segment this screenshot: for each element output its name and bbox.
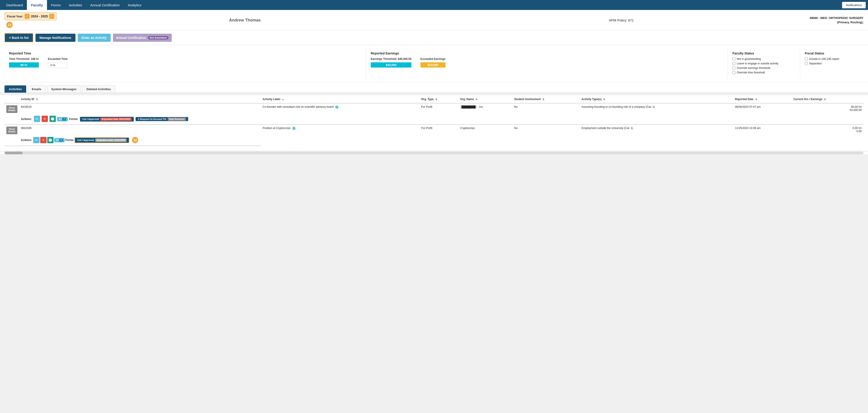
tab-deleted-activities[interactable]: Deleted Activities [82,86,115,93]
annual-certification-button[interactable]: Annual Certification Not Submitted [113,34,172,42]
reported-earnings-title: Reported Earnings [371,52,723,55]
table-row: ShowDetails 8419019 Co-founder with cons… [4,103,864,115]
badge-12: 12 [132,137,138,143]
activity-id-1: 8419019 [19,103,261,115]
sort-activity-id[interactable]: ⇅ [36,98,38,100]
scrollbar-thumb[interactable] [4,152,23,154]
history-icon-2[interactable]: 🕐 [47,137,54,143]
info-icon-1[interactable]: i [335,105,338,109]
activity-types-2: Employment outside the University (Cat. … [580,125,733,136]
show-details-btn-1[interactable]: ShowDetails [6,105,18,113]
student-involvement-2: No [513,125,580,136]
tabs-row: Activities Emails System Messages Delete… [0,82,868,93]
nav-activities[interactable]: Activities [65,0,86,10]
org-type-2: For Profit [419,125,458,136]
col-org-type: Org. Type ⇅ [419,95,458,103]
leave-engage-checkbox[interactable] [733,62,735,65]
annual-cert-label: Annual Certification [116,36,146,39]
nav-analytics[interactable]: Analytics [124,0,146,10]
not-goodstanding-checkbox[interactable] [733,58,735,61]
info-icon-2[interactable]: i [292,127,296,130]
reported-date-2: 11/25/2024 10:36 am [733,125,792,136]
exceeded-earnings-value: $14,000 [421,62,445,68]
reported-time-title: Reported Time [9,52,362,55]
form-cat1-2[interactable]: Cat I Approval Expiration Date 12/31/202… [74,137,129,143]
override-time-checkbox[interactable] [733,71,735,74]
notifications-button[interactable]: Notifications [842,2,866,8]
activities-table: Activity ID ⇅ Activity Label ▲ Org. Type… [4,95,864,146]
delete-icon-2[interactable]: ✕ [40,137,46,143]
faculty-checkbox-1: Not in goodstanding [733,57,796,61]
tab-system-messages[interactable]: System Messages [47,86,81,93]
fiscal-status-card: Fiscal Status Include in 240-246 report … [800,49,864,78]
fiscal-year-block: Fiscal Year: < 2024 - 2025 > [4,12,57,20]
activity-label-1: Co-founder with consultant role on scien… [261,103,419,115]
sort-org-type[interactable]: ⇅ [435,98,437,100]
faculty-status-card: Faculty Status Not in goodstanding Leave… [728,49,800,78]
table-row: ShowDetails 8841606 Position at Cryptoco… [4,125,864,136]
horizontal-scrollbar[interactable] [4,152,864,154]
col-activity-label: Activity Label ▲ [261,95,419,103]
faculty-name: Andrew Thomas [57,18,433,23]
override-earnings-checkbox[interactable] [733,67,735,70]
sort-student-involvement[interactable]: ⇅ [542,98,544,100]
fiscal-year-next[interactable]: > [49,14,54,19]
fiscal-year-label: Fiscal Year: [7,15,23,18]
manage-notifications-button[interactable]: Manage Notifications [35,34,75,42]
show-details-btn-2[interactable]: ShowDetails [6,127,18,134]
enter-activity-button[interactable]: Enter an Activity [78,34,111,42]
actions-label-2: Actions: [21,138,32,142]
col-org-name: Org. Name ⇅ [458,95,513,103]
edit-icon-1[interactable]: ✏ [34,116,40,122]
edit-icon-2[interactable]: ✏ [33,137,39,143]
form-cat1-1[interactable]: Cat I Approval Expiration Date 10/31/202… [80,117,134,122]
exceeded-time-label: Exceeded Time [48,57,67,61]
fiscal-year-prev[interactable]: < [25,14,30,19]
action-buttons-row: < Back to list Manage Notifications Ente… [0,31,868,45]
reported-time-card: Reported Time Time Threshold: 168 hr 80 … [4,49,366,78]
history-icon-1[interactable]: 🕐 [50,116,56,122]
org-name-2: Cryptocorps [458,125,513,136]
fiscal-status-title: Fiscal Status [805,52,859,55]
tag-badge-2[interactable]: 🏷 0 [54,138,65,142]
activity-id-2: 8841606 [19,125,261,136]
include-240-checkbox[interactable] [805,58,808,61]
faculty-checkbox-3: Override earnings threshold [733,66,796,70]
scrollbar-area [0,152,868,154]
current-hrs-1: 80.00 hr/54,000.00 [792,103,864,115]
activity-label-2: Position at Cryptocorps i [261,125,419,136]
nav-forms[interactable]: Forms [47,0,65,10]
sort-current-hrs[interactable]: ⇅ [824,98,826,100]
tab-activities[interactable]: Activities [4,86,26,93]
fiscal-checkbox-2: Separated [805,62,859,65]
dept-info: 49068 - MED: ORTHOPEDIC SURGERY(Primary,… [809,16,864,25]
student-involvement-1: No [513,103,580,115]
tab-emails[interactable]: Emails [28,86,45,93]
org-type-1: For Profit [419,103,458,115]
table-actions-row-2: Actions: ✏ ✕ 🕐 🏷 0 Forms Cat I Approval … [4,136,864,146]
header-bar: Fiscal Year: < 2024 - 2025 > 13 Andrew T… [0,10,868,31]
actions-label-1: Actions: [21,118,32,121]
sort-activity-label[interactable]: ▲ [282,98,284,100]
time-bar: 80 hr [9,62,39,68]
back-to-list-button[interactable]: < Back to list [4,33,33,42]
faculty-status-title: Faculty Status [733,52,796,55]
nav-faculty[interactable]: Faculty [27,0,47,10]
tag-badge-1[interactable]: 🏷 7 [57,117,68,121]
col-reported-date: Reported Date ⇅ [733,95,792,103]
sort-activity-types[interactable]: ⇅ [603,98,605,100]
col-activity-id: Activity ID ⇅ [19,95,261,103]
nav-dashboard[interactable]: Dashboard [2,0,27,10]
nav-annual-certification[interactable]: Annual Certification [86,0,124,10]
delete-icon-1[interactable]: ✕ [41,116,48,122]
sort-reported-date[interactable]: ⇅ [755,98,757,100]
badge-13: 13 [6,22,13,28]
activities-table-section: Activity ID ⇅ Activity Label ▲ Org. Type… [0,95,868,151]
sort-org-name[interactable]: ⇅ [475,98,477,100]
exceed-badge-1[interactable]: 1 Request to Exceed TH Dept Reviewer [135,117,188,121]
separated-checkbox[interactable] [805,62,808,65]
separated-label: Separated [809,62,822,65]
time-threshold-label: Time Threshold: 168 hr [9,57,39,61]
not-goodstanding-label: Not in goodstanding [737,57,761,61]
dept-reviewer-badge-1: Dept Reviewer [167,118,186,121]
